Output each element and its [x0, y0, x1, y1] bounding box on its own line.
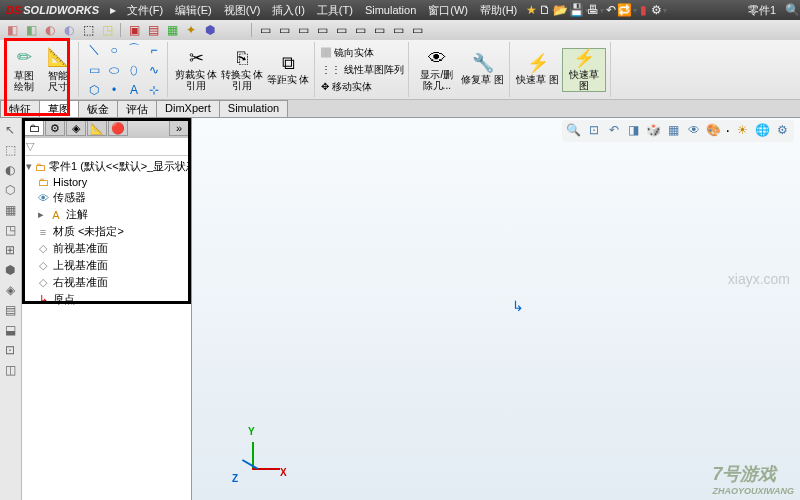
sketch-button[interactable]: ✏草图 绘制 — [8, 43, 40, 97]
slot-icon[interactable]: ⬭ — [105, 61, 123, 79]
qat-icon[interactable]: ▭ — [295, 22, 311, 38]
section-icon[interactable]: ◨ — [626, 122, 642, 138]
menu-help[interactable]: 帮助(H) — [474, 3, 523, 18]
qat-icon[interactable]: ▭ — [390, 22, 406, 38]
fm-tab-expand[interactable]: » — [169, 120, 189, 136]
line-icon[interactable]: ＼ — [85, 41, 103, 59]
menu-insert[interactable]: 插入(I) — [266, 3, 310, 18]
fm-tab-dim[interactable]: 📐 — [87, 120, 107, 136]
qat-icon[interactable]: ▦ — [164, 22, 180, 38]
arc-icon[interactable]: ⌒ — [125, 41, 143, 59]
qat-icon[interactable]: ▣ — [126, 22, 142, 38]
print-icon[interactable]: 🖶▾ — [587, 2, 603, 18]
tool-icon[interactable]: ⊡ — [2, 342, 18, 358]
repair-button[interactable]: 🔧修复草 图 — [461, 54, 505, 85]
qat-icon[interactable]: ▭ — [352, 22, 368, 38]
tool-icon[interactable]: ◈ — [2, 282, 18, 298]
tool-icon[interactable]: ⬡ — [2, 182, 18, 198]
tree-right-plane[interactable]: ◇右视基准面 — [22, 274, 191, 291]
spline-icon[interactable]: ∿ — [145, 61, 163, 79]
tree-history[interactable]: 🗀History — [22, 175, 191, 189]
ellipse-icon[interactable]: ⬯ — [125, 61, 143, 79]
view-orient-icon[interactable]: 🎲 — [646, 122, 662, 138]
tab-feature[interactable]: 特征 — [0, 100, 40, 117]
convert-button[interactable]: ⎘转换实 体引用 — [220, 49, 264, 91]
options-icon[interactable]: ▮ — [635, 2, 651, 18]
dropdown-icon[interactable]: ▸ — [105, 2, 121, 18]
qat-icon[interactable]: ▭ — [333, 22, 349, 38]
fm-tab-display[interactable]: 🔴 — [108, 120, 128, 136]
tab-dimxpert[interactable]: DimXpert — [156, 100, 220, 117]
tool-icon[interactable]: ⬓ — [2, 322, 18, 338]
rapid-sketch-button-2[interactable]: ⚡快速草 图 — [562, 48, 606, 92]
tool-icon[interactable]: ⬢ — [2, 262, 18, 278]
tree-origin[interactable]: ↳原点 — [22, 291, 191, 308]
select-icon[interactable]: ↖ — [2, 122, 18, 138]
view-settings-icon[interactable]: ⚙ — [774, 122, 790, 138]
qat-icon[interactable]: ◐ — [42, 22, 58, 38]
rapid-sketch-button[interactable]: ⚡快速草 图 — [516, 54, 560, 85]
tool-icon[interactable]: ◳ — [2, 222, 18, 238]
qat-icon[interactable]: ✦ — [183, 22, 199, 38]
zoom-area-icon[interactable]: ⊡ — [586, 122, 602, 138]
qat-icon[interactable]: ◳ — [99, 22, 115, 38]
point-icon[interactable]: • — [105, 81, 123, 99]
circle-icon[interactable]: ○ — [105, 41, 123, 59]
tree-root[interactable]: ▾🗀零件1 (默认<<默认>_显示状态 — [22, 158, 191, 175]
tree-front-plane[interactable]: ◇前视基准面 — [22, 240, 191, 257]
qat-icon[interactable]: ◧ — [4, 22, 20, 38]
menu-edit[interactable]: 编辑(E) — [169, 3, 218, 18]
qat-icon[interactable]: ⬢ — [202, 22, 218, 38]
tool-icon[interactable]: ⬚ — [2, 142, 18, 158]
tab-evaluate[interactable]: 评估 — [117, 100, 157, 117]
menu-tools[interactable]: 工具(T) — [311, 3, 359, 18]
tool-icon[interactable]: ◫ — [2, 362, 18, 378]
tool-icon[interactable]: ▤ — [2, 302, 18, 318]
star-icon[interactable]: ★ — [523, 2, 539, 18]
smart-dimension-button[interactable]: 📐智能 尺寸 — [42, 43, 74, 97]
fm-filter[interactable]: ▽ — [22, 138, 191, 156]
qat-icon[interactable]: ▭ — [371, 22, 387, 38]
tree-sensors[interactable]: 👁传感器 — [22, 189, 191, 206]
qat-icon[interactable]: ▤ — [145, 22, 161, 38]
tab-simulation[interactable]: Simulation — [219, 100, 288, 117]
graphics-viewport[interactable]: 🔍 ⊡ ↶ ◨ 🎲 ▦ 👁 🎨 · ☀ 🌐 ⚙ ↳ Y X Z xiayx.co… — [192, 118, 800, 500]
qat-icon[interactable]: ▭ — [409, 22, 425, 38]
tree-top-plane[interactable]: ◇上视基准面 — [22, 257, 191, 274]
rebuild-icon[interactable]: 🔁▾ — [619, 2, 635, 18]
display-style-icon[interactable]: ▦ — [666, 122, 682, 138]
tree-material[interactable]: ≡材质 <未指定> — [22, 223, 191, 240]
tool-icon[interactable]: ▦ — [2, 202, 18, 218]
text-icon[interactable]: A — [125, 81, 143, 99]
menu-window[interactable]: 窗口(W) — [422, 3, 474, 18]
appearance-icon[interactable]: 🎨 — [706, 122, 722, 138]
qat-icon[interactable]: ▭ — [257, 22, 273, 38]
pattern-button[interactable]: ⋮⋮ 线性草图阵列 — [321, 63, 404, 77]
tab-sketch[interactable]: 草图 — [39, 100, 79, 117]
fm-tab-config[interactable]: ◈ — [66, 120, 86, 136]
hide-show-icon[interactable]: 👁 — [686, 122, 702, 138]
menu-file[interactable]: 文件(F) — [121, 3, 169, 18]
menu-simulation[interactable]: Simulation — [359, 4, 422, 16]
qat-icon[interactable]: ▭ — [314, 22, 330, 38]
move-button[interactable]: ✥ 移动实体 — [321, 80, 372, 94]
qat-icon[interactable]: ⬚ — [80, 22, 96, 38]
offset-button[interactable]: ⧉等距实 体 — [266, 54, 310, 85]
menu-view[interactable]: 视图(V) — [218, 3, 267, 18]
zoom-fit-icon[interactable]: 🔍 — [566, 122, 582, 138]
mirror-button[interactable]: ▥ 镜向实体 — [321, 46, 374, 60]
qat-icon[interactable]: ▭ — [276, 22, 292, 38]
scene-icon[interactable]: ☀ — [734, 122, 750, 138]
prev-view-icon[interactable]: ↶ — [606, 122, 622, 138]
qat-icon[interactable]: ◐ — [61, 22, 77, 38]
display-delete-button[interactable]: 👁显示/删 除几... — [415, 49, 459, 91]
search-icon[interactable]: 🔍 — [784, 2, 800, 18]
centerline-icon[interactable]: ⊹ — [145, 81, 163, 99]
polygon-icon[interactable]: ⬡ — [85, 81, 103, 99]
tree-annotations[interactable]: ▸A注解 — [22, 206, 191, 223]
rect-icon[interactable]: ▭ — [85, 61, 103, 79]
tool-icon[interactable]: ◐ — [2, 162, 18, 178]
settings-icon[interactable]: ⚙▾ — [651, 2, 667, 18]
save-icon[interactable]: 💾▾ — [571, 2, 587, 18]
fillet-icon[interactable]: ⌐ — [145, 41, 163, 59]
